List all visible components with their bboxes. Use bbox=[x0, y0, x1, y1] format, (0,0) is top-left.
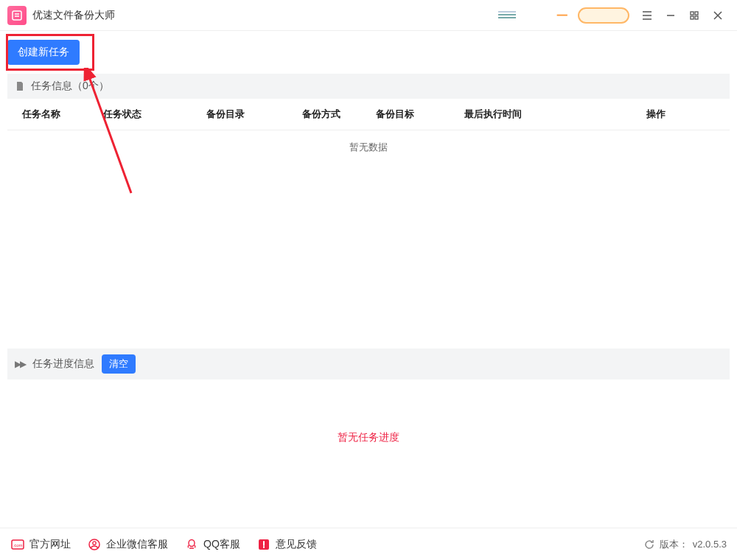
footer-link-qq[interactable]: QQ客服 bbox=[184, 537, 240, 552]
footer-link-label: 意见反馈 bbox=[276, 538, 317, 551]
version-label: 版本： bbox=[660, 538, 688, 551]
fast-forward-icon: ▶▶ bbox=[15, 359, 25, 369]
col-actions: 操作 bbox=[590, 108, 722, 121]
svg-rect-2 bbox=[695, 12, 698, 15]
footer-link-official[interactable]: .com 官方网址 bbox=[10, 537, 71, 552]
col-backup-mode: 备份方式 bbox=[302, 108, 376, 121]
qq-icon bbox=[184, 537, 199, 552]
maximize-icon[interactable] bbox=[682, 4, 706, 27]
footer: .com 官方网址 企业微信客服 QQ客服 意见反馈 版本： v2.0.5.3 bbox=[0, 528, 737, 560]
footer-link-wechat[interactable]: 企业微信客服 bbox=[87, 537, 168, 552]
toolbar: 创建新任务 bbox=[0, 31, 737, 74]
refresh-icon bbox=[643, 539, 655, 550]
svg-rect-1 bbox=[691, 12, 694, 15]
col-last-exec: 最后执行时间 bbox=[464, 108, 590, 121]
close-icon[interactable] bbox=[706, 4, 730, 27]
svg-rect-3 bbox=[691, 16, 694, 19]
document-icon bbox=[15, 81, 25, 91]
titlebar: 优速文件备份大师 ⸺ bbox=[0, 0, 737, 31]
app-title: 优速文件备份大师 bbox=[32, 9, 115, 22]
footer-link-label: 官方网址 bbox=[29, 538, 71, 551]
progress-section-header: ▶▶ 任务进度信息 清空 bbox=[7, 349, 730, 379]
website-icon: .com bbox=[10, 537, 25, 552]
task-table-empty: 暂无数据 bbox=[7, 130, 730, 163]
task-section-title: 任务信息（0个） bbox=[31, 80, 109, 93]
titlebar-decor-icon bbox=[497, 7, 517, 24]
col-backup-dir: 备份目录 bbox=[206, 108, 302, 121]
footer-link-label: 企业微信客服 bbox=[106, 538, 168, 551]
footer-link-label: QQ客服 bbox=[203, 538, 240, 551]
version-info[interactable]: 版本： v2.0.5.3 bbox=[643, 538, 727, 551]
menu-icon[interactable] bbox=[635, 4, 659, 27]
svg-rect-4 bbox=[695, 16, 698, 19]
wechat-service-icon bbox=[87, 537, 102, 552]
version-value: v2.0.5.3 bbox=[693, 539, 727, 550]
footer-link-feedback[interactable]: 意见反馈 bbox=[256, 537, 317, 552]
titlebar-badge[interactable] bbox=[578, 7, 629, 24]
task-info-section: 任务信息（0个） 任务名称 任务状态 备份目录 备份方式 备份目标 最后执行时间… bbox=[7, 74, 730, 340]
clear-button[interactable]: 清空 bbox=[102, 354, 136, 374]
col-task-status: 任务状态 bbox=[103, 108, 206, 121]
svg-point-9 bbox=[93, 541, 96, 544]
progress-section-title: 任务进度信息 bbox=[32, 357, 94, 371]
app-logo-icon bbox=[7, 6, 27, 25]
task-table-header: 任务名称 任务状态 备份目录 备份方式 备份目标 最后执行时间 操作 bbox=[7, 99, 730, 130]
titlebar-decor-dash: ⸺ bbox=[553, 7, 572, 23]
col-backup-target: 备份目标 bbox=[376, 108, 464, 121]
progress-section: ▶▶ 任务进度信息 清空 暂无任务进度 bbox=[7, 349, 730, 503]
task-section-header: 任务信息（0个） bbox=[7, 74, 730, 99]
svg-point-10 bbox=[189, 539, 195, 546]
minimize-icon[interactable] bbox=[659, 4, 682, 27]
create-task-button[interactable]: 创建新任务 bbox=[7, 40, 80, 65]
col-task-name: 任务名称 bbox=[15, 108, 103, 121]
svg-text:.com: .com bbox=[13, 543, 22, 547]
svg-rect-0 bbox=[13, 11, 21, 20]
feedback-icon bbox=[256, 537, 271, 552]
progress-empty: 暂无任务进度 bbox=[7, 379, 730, 503]
